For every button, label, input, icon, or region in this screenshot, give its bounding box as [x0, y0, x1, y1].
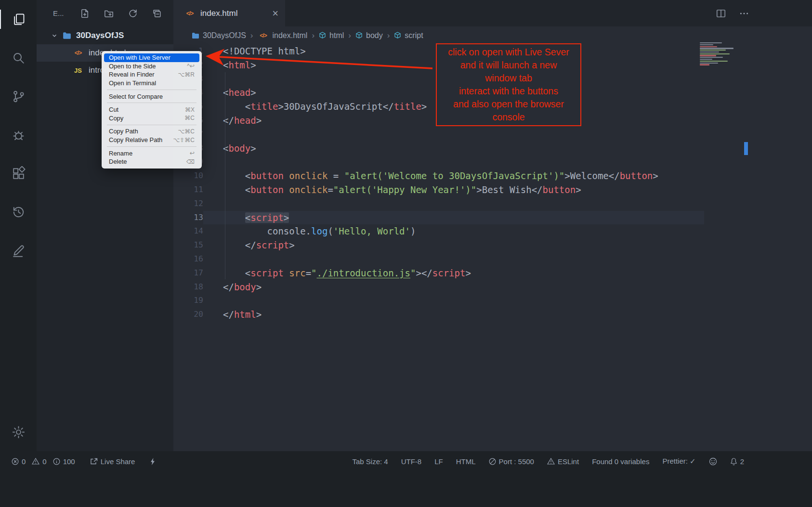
status-item-html[interactable]: HTML: [456, 457, 476, 466]
collapse-all-icon[interactable]: [152, 9, 162, 18]
new-file-icon[interactable]: [80, 9, 90, 18]
line-number: 17: [173, 266, 203, 280]
status-item-live-share[interactable]: Live Share: [90, 457, 135, 466]
folder-name: 30DaysOfJS: [76, 31, 124, 40]
line-number: 15: [173, 238, 203, 252]
code-line-20[interactable]: 20</html>: [173, 308, 704, 322]
status-item-0[interactable]: 0: [32, 457, 46, 466]
status-item-eslint[interactable]: ESLint: [547, 457, 579, 466]
status-item-0[interactable]: 0: [12, 457, 26, 466]
new-folder-icon[interactable]: [104, 9, 114, 18]
tab-close-icon[interactable]: ×: [272, 8, 278, 19]
line-number: 18: [173, 280, 203, 294]
js-file-icon: JS: [72, 67, 84, 74]
breadcrumb-item[interactable]: 30DaysOfJS: [192, 31, 246, 40]
status-strip: [0, 471, 812, 507]
breadcrumb-separator: ›: [250, 31, 253, 40]
warning-icon: [32, 458, 39, 465]
menu-item-reveal-in-finder[interactable]: Reveal in Finder⌥⌘R: [104, 70, 199, 79]
tab-label: index.html: [200, 9, 237, 18]
smiley-icon: [709, 457, 717, 466]
breadcrumb-item[interactable]: body: [355, 31, 383, 40]
html-file-icon: </>: [72, 50, 84, 56]
status-item-bolt[interactable]: [150, 457, 156, 466]
folder-icon: [63, 32, 71, 39]
breadcrumb-item[interactable]: html: [319, 31, 344, 40]
breadcrumb-label: script: [405, 31, 423, 40]
code-line-16[interactable]: 16: [173, 252, 704, 266]
breadcrumb-item[interactable]: script: [394, 31, 423, 40]
status-item-found-0-variables[interactable]: Found 0 variables: [592, 457, 649, 466]
menu-item-copy[interactable]: Copy⌘C: [104, 114, 199, 123]
menu-item-delete[interactable]: Delete⌫: [104, 157, 199, 166]
menu-separator: [107, 90, 196, 90]
tab-bar: </> index.html ×: [173, 0, 812, 26]
chevron-down-icon: [51, 32, 58, 39]
code-line-8[interactable]: 8<body>: [173, 142, 704, 156]
status-item-lf[interactable]: LF: [434, 457, 443, 466]
annotation-line: and also open the browser: [437, 98, 580, 111]
settings-gear-icon[interactable]: [0, 413, 37, 451]
code-line-9[interactable]: 9: [173, 155, 704, 169]
code-line-11[interactable]: 11 <button onclick="alert('Happy New Yea…: [173, 183, 704, 197]
status-item-tab-size-4[interactable]: Tab Size: 4: [352, 457, 388, 466]
breadcrumb-label: body: [366, 31, 383, 40]
bell-icon: [730, 457, 737, 466]
status-right: Tab Size: 4UTF-8LFHTMLPort : 5500ESLintF…: [352, 457, 744, 466]
extensions-icon[interactable]: [0, 154, 37, 193]
code-line-15[interactable]: 15 </script>: [173, 238, 704, 252]
minimap[interactable]: [700, 42, 744, 65]
status-item-utf-8[interactable]: UTF-8: [401, 457, 422, 466]
sidebar-header: E...: [37, 0, 173, 26]
breadcrumb: 30DaysOfJS›</>index.html›html›body›scrip…: [173, 26, 812, 44]
folder-row-30daysofjs[interactable]: 30DaysOfJS: [37, 26, 173, 44]
code-line-13[interactable]: 13 <script>: [173, 211, 704, 225]
status-item-100[interactable]: 100: [53, 457, 75, 466]
source-control-icon[interactable]: [0, 77, 37, 116]
code-line-19[interactable]: 19: [173, 294, 704, 308]
context-menu: Open with Live ServerOpen to the Side^↩R…: [102, 51, 202, 169]
code-line-18[interactable]: 18</body>: [173, 280, 704, 294]
menu-item-rename[interactable]: Rename↩: [104, 149, 199, 157]
code-line-10[interactable]: 10 <button onclick = "alert('Welcome to …: [173, 169, 704, 183]
error-icon: [12, 458, 19, 465]
menu-item-open-to-the-side[interactable]: Open to the Side^↩: [104, 62, 199, 71]
refresh-icon[interactable]: [128, 9, 138, 18]
indent-guide: [225, 72, 225, 279]
status-item-port-5500[interactable]: Port : 5500: [489, 457, 534, 466]
code-line-12[interactable]: 12: [173, 197, 704, 211]
menu-item-open-with-live-server[interactable]: Open with Live Server: [104, 53, 199, 62]
more-actions-icon[interactable]: [739, 8, 749, 19]
annotation-line: click on open with Live Sever: [437, 46, 580, 59]
symbol-cube-icon: [394, 32, 401, 39]
menu-item-open-in-terminal[interactable]: Open in Terminal: [104, 79, 199, 88]
menu-item-copy-path[interactable]: Copy Path⌥⌘C: [104, 127, 199, 136]
menu-item-select-for-compare[interactable]: Select for Compare: [104, 92, 199, 101]
split-editor-icon[interactable]: [716, 8, 726, 19]
status-item-2[interactable]: 2: [730, 457, 744, 466]
annotation-line: console: [437, 111, 580, 124]
status-bar: 00100Live Share Tab Size: 4UTF-8LFHTMLPo…: [0, 451, 812, 471]
status-item-smiley[interactable]: [709, 457, 717, 466]
scrollbar-decoration[interactable]: [744, 142, 748, 155]
breadcrumb-item[interactable]: </>index.html: [257, 31, 307, 40]
status-left: 00100Live Share: [12, 457, 156, 466]
code-line-17[interactable]: 17 <script src="./introduction.js"></scr…: [173, 266, 704, 280]
search-icon[interactable]: [0, 39, 37, 77]
sidebar-title: E...: [53, 9, 64, 17]
code-line-14[interactable]: 14 console.log('Hello, World'): [173, 224, 704, 238]
code-line-7[interactable]: 7: [173, 128, 704, 142]
breadcrumb-label: index.html: [272, 31, 307, 40]
menu-item-copy-relative-path[interactable]: Copy Relative Path⌥⇧⌘C: [104, 136, 199, 144]
history-icon[interactable]: [0, 193, 37, 231]
status-item-prettier-[interactable]: Prettier: ✓: [662, 457, 695, 466]
folder-icon: [192, 32, 199, 39]
run-debug-icon[interactable]: [0, 116, 37, 154]
menu-item-cut[interactable]: Cut⌘X: [104, 105, 199, 114]
breadcrumb-separator: ›: [312, 31, 314, 40]
line-number: 16: [173, 252, 203, 266]
explorer-icon[interactable]: [0, 0, 37, 39]
tab-index-html[interactable]: </> index.html ×: [173, 0, 285, 26]
feedback-pen-icon[interactable]: [0, 231, 37, 270]
breadcrumb-label: 30DaysOfJS: [203, 31, 246, 40]
